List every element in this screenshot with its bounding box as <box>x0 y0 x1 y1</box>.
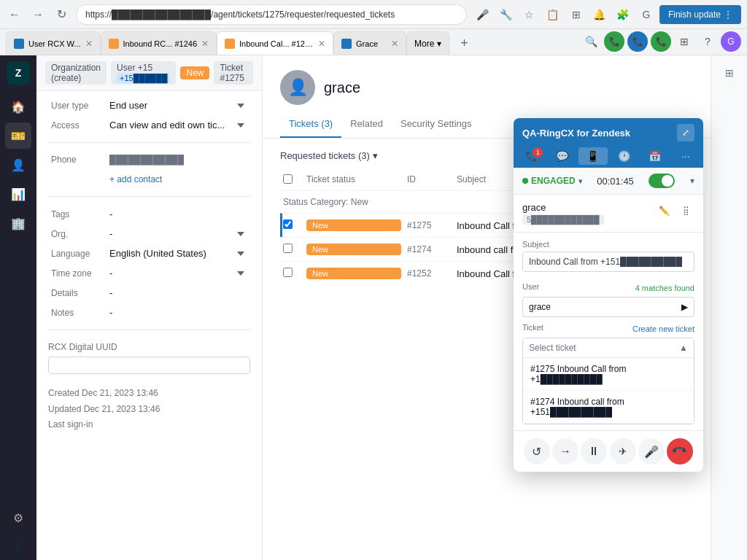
breadcrumb-status: New <box>180 66 209 79</box>
mute-btn[interactable]: 🎤 <box>638 438 665 464</box>
browser-tab-3[interactable]: Inbound Cal... #1275 ✕ <box>217 31 333 55</box>
phone-blue-btn[interactable]: 📞 <box>627 31 648 52</box>
star-btn[interactable]: ☆ <box>519 4 540 25</box>
avatar-browser-btn[interactable]: G <box>636 4 657 25</box>
breadcrumb-ticket[interactable]: Ticket #1275 <box>214 61 253 85</box>
browser-tab-2[interactable]: Inbound RC... #1246 ✕ <box>101 31 217 55</box>
create-ticket-link[interactable]: Create new ticket <box>632 324 694 333</box>
tab-bar-right: 🔍 📞 📞 📞 ⊞ ? G <box>581 31 747 55</box>
widget-user-select: grace ▶ <box>522 297 694 317</box>
widget-tab-more[interactable]: ··· <box>671 147 700 165</box>
tab-close-4[interactable]: ✕ <box>391 39 398 49</box>
forward-btn[interactable]: → <box>29 6 47 23</box>
notif-btn[interactable]: 🔔 <box>589 4 610 25</box>
mic-browser-btn[interactable]: 🎤 <box>473 4 493 25</box>
contact-info: grace 5████████████ <box>522 202 655 225</box>
reports-icon-btn[interactable]: 📊 <box>5 181 31 207</box>
apps-btn[interactable]: ⊞ <box>674 31 694 52</box>
tab-security[interactable]: Security Settings <box>392 111 481 138</box>
widget-tab-phone-passive[interactable]: 📱 <box>578 147 608 165</box>
extension-btn[interactable]: 🔧 <box>496 4 516 25</box>
contact-phone: 5████████████ <box>522 214 655 225</box>
ticket-id-1274[interactable]: #1274 <box>407 244 451 254</box>
tab-label-2: Inbound RC... #1246 <box>123 39 198 48</box>
separator-2 <box>48 196 250 197</box>
widget-tab-calendar[interactable]: 📅 <box>640 147 669 165</box>
search-tab-btn[interactable]: 🔍 <box>581 31 601 52</box>
grid-btn[interactable]: ⊞ <box>566 4 587 25</box>
browser-tab-4[interactable]: Grace ✕ <box>333 31 406 55</box>
add-contact-link[interactable]: + add contact <box>109 174 162 184</box>
ticket-checkbox-1274[interactable] <box>283 244 293 253</box>
widget-tab-badge: 1 <box>533 147 543 158</box>
dialpad-btn[interactable]: ⣿ <box>677 202 694 219</box>
ticket-option-1274[interactable]: #1274 Inbound call from +151██████████ <box>523 391 694 424</box>
widget-expand-icon[interactable]: ⤢ <box>677 124 694 141</box>
zendesk-logo-btn[interactable]: Z <box>5 534 31 560</box>
widget-header: QA-RingCX for Zendesk ⤢ <box>514 118 703 147</box>
url-text: https://████████████████/agent/tickets/1… <box>85 9 395 20</box>
puzzle-btn[interactable]: 🧩 <box>613 4 633 25</box>
ticket-status-1252: New <box>306 268 401 279</box>
access-select[interactable]: Can view and edit own tic... <box>109 120 247 131</box>
toggle-switch[interactable] <box>649 174 675 188</box>
user-header: 👤 grace <box>263 55 711 105</box>
help-btn[interactable]: ? <box>697 31 718 52</box>
back-btn[interactable]: ← <box>6 6 23 23</box>
right-panel-apps-icon[interactable]: ⊞ <box>718 61 741 85</box>
notes-field: Notes - <box>48 307 250 318</box>
browser-tab-1[interactable]: User RCX W... ✕ <box>6 31 101 55</box>
home-icon-btn[interactable]: 🏠 <box>5 93 31 120</box>
zendesk-icon-btn[interactable]: 📋 <box>543 4 563 25</box>
tab-close-3[interactable]: ✕ <box>318 39 325 49</box>
widget-tab-chat[interactable]: 💬 <box>547 147 576 165</box>
forward-call-btn[interactable]: → <box>552 438 578 464</box>
user-type-select[interactable]: End user <box>109 100 247 111</box>
language-select[interactable]: English (United States) <box>109 248 247 259</box>
ticket-checkbox-1252[interactable] <box>283 268 293 277</box>
widget-status-bar: ENGAGED ▾ 00:01:45 ▾ <box>514 168 703 195</box>
contacts-icon-btn[interactable]: 👤 <box>5 152 31 178</box>
org-select[interactable]: - <box>109 228 247 239</box>
refresh-call-btn[interactable]: ↺ <box>524 438 550 464</box>
user-avatar-btn[interactable]: G <box>721 31 741 52</box>
select-all-checkbox[interactable] <box>283 174 293 184</box>
tab-tickets[interactable]: Tickets (3) <box>280 111 341 138</box>
widget-expand-btn[interactable]: ▾ <box>690 176 694 186</box>
phone-green2-btn[interactable]: 📞 <box>651 31 671 52</box>
ticket-id-1252[interactable]: #1252 <box>407 268 451 279</box>
timezone-select[interactable]: - <box>109 268 247 279</box>
breadcrumb-org[interactable]: Organization (create) <box>45 61 107 85</box>
ticket-checkbox-1275[interactable] <box>283 219 293 229</box>
tab-related[interactable]: Related <box>341 111 392 138</box>
ticket-option-1275[interactable]: #1275 Inbound Call from +1██████████ <box>523 358 694 391</box>
finish-update-button[interactable]: Finish update ⋮ <box>659 5 741 24</box>
tab-favicon-2 <box>109 39 119 49</box>
tab-close-1[interactable]: ✕ <box>85 39 93 49</box>
hold-btn[interactable]: ⏸ <box>581 438 607 464</box>
url-bar[interactable]: https://████████████████/agent/tickets/1… <box>76 4 467 25</box>
send-btn[interactable]: ✈ <box>610 438 636 464</box>
settings-icon-btn[interactable]: ⚙ <box>5 505 31 531</box>
engaged-badge: ENGAGED ▾ <box>522 176 582 186</box>
tab-close-2[interactable]: ✕ <box>201 39 209 49</box>
edit-contact-btn[interactable]: ✏️ <box>655 202 673 219</box>
tab-more-button[interactable]: More ▾ <box>406 31 449 55</box>
tab-add-button[interactable]: + <box>452 31 476 55</box>
widget-tab-phone-active[interactable]: 📞 1 <box>516 147 546 165</box>
orgs-icon-btn[interactable]: 🏢 <box>5 210 31 236</box>
engaged-chevron[interactable]: ▾ <box>578 177 582 185</box>
widget-tab-history[interactable]: 🕐 <box>609 147 638 165</box>
ticket-id-1275[interactable]: #1275 <box>407 220 451 230</box>
ticket-status-1274: New <box>306 244 401 255</box>
breadcrumb-user: User +15 +15██████ <box>111 61 176 85</box>
refresh-btn[interactable]: ↻ <box>53 6 70 23</box>
rcx-uuid-input[interactable] <box>48 357 250 374</box>
end-call-btn[interactable]: 📞 <box>662 433 699 470</box>
widget-user-option[interactable]: grace ▶ <box>523 298 694 316</box>
widget-subject-input[interactable] <box>522 252 694 272</box>
tickets-icon-btn[interactable]: 🎫 <box>5 122 31 149</box>
tab-label-1: User RCX W... <box>28 39 81 48</box>
ticket-select-header[interactable]: Select ticket ▲ <box>523 338 694 357</box>
phone-green-btn[interactable]: 📞 <box>604 31 624 52</box>
